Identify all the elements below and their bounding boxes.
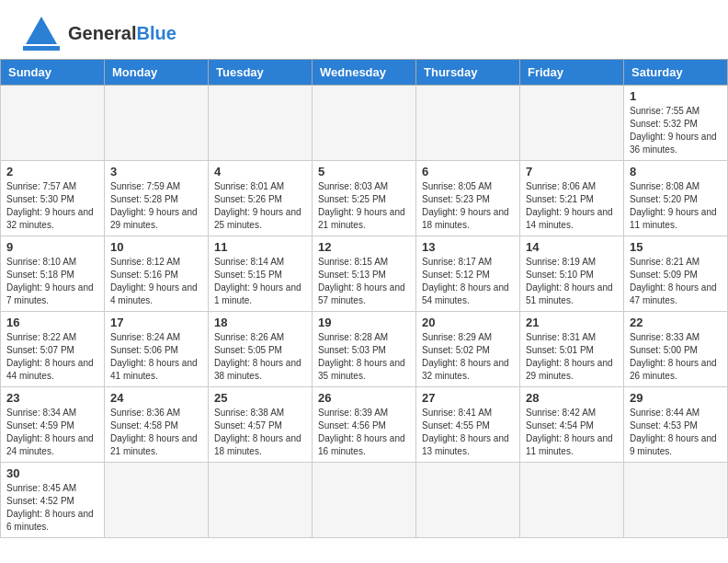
day-info: Sunrise: 8:08 AM Sunset: 5:20 PM Dayligh… (630, 180, 722, 232)
page-header: GeneralBlue (0, 0, 728, 59)
logo: GeneralBlue (18, 15, 176, 52)
day-info: Sunrise: 7:57 AM Sunset: 5:30 PM Dayligh… (6, 180, 98, 232)
logo-text: GeneralBlue (68, 24, 176, 43)
day-number: 12 (318, 240, 410, 254)
calendar-cell: 26Sunrise: 8:39 AM Sunset: 4:56 PM Dayli… (313, 387, 416, 463)
calendar-cell (520, 86, 624, 161)
day-number: 2 (6, 165, 98, 178)
day-info: Sunrise: 7:55 AM Sunset: 5:32 PM Dayligh… (630, 105, 722, 156)
day-number: 18 (214, 316, 306, 329)
calendar-table: SundayMondayTuesdayWednesdayThursdayFrid… (0, 59, 728, 538)
day-number: 6 (422, 165, 514, 178)
day-info: Sunrise: 8:19 AM Sunset: 5:10 PM Dayligh… (526, 256, 618, 307)
day-number: 21 (526, 316, 618, 329)
day-number: 20 (422, 316, 514, 329)
day-number: 28 (526, 391, 618, 405)
day-info: Sunrise: 8:29 AM Sunset: 5:02 PM Dayligh… (422, 331, 514, 383)
calendar-week-4: 16Sunrise: 8:22 AM Sunset: 5:07 PM Dayli… (1, 312, 728, 387)
day-number: 15 (630, 240, 722, 254)
calendar-cell: 17Sunrise: 8:24 AM Sunset: 5:06 PM Dayli… (105, 312, 209, 387)
calendar-cell: 28Sunrise: 8:42 AM Sunset: 4:54 PM Dayli… (520, 387, 624, 463)
calendar-cell: 1Sunrise: 7:55 AM Sunset: 5:32 PM Daylig… (624, 86, 728, 161)
day-number: 22 (630, 316, 722, 329)
calendar-cell (416, 86, 520, 161)
day-info: Sunrise: 8:34 AM Sunset: 4:59 PM Dayligh… (6, 407, 98, 458)
day-info: Sunrise: 8:36 AM Sunset: 4:58 PM Dayligh… (110, 407, 202, 458)
day-info: Sunrise: 8:17 AM Sunset: 5:12 PM Dayligh… (422, 256, 514, 307)
calendar-cell: 25Sunrise: 8:38 AM Sunset: 4:57 PM Dayli… (209, 387, 313, 463)
calendar-cell: 20Sunrise: 8:29 AM Sunset: 5:02 PM Dayli… (416, 312, 520, 387)
day-number: 26 (318, 391, 410, 405)
calendar-cell (209, 86, 313, 161)
day-info: Sunrise: 8:12 AM Sunset: 5:16 PM Dayligh… (110, 256, 202, 307)
day-number: 8 (630, 165, 722, 178)
day-info: Sunrise: 8:05 AM Sunset: 5:23 PM Dayligh… (422, 180, 514, 232)
day-info: Sunrise: 8:14 AM Sunset: 5:15 PM Dayligh… (214, 256, 306, 307)
day-number: 10 (110, 240, 202, 254)
calendar-cell: 3Sunrise: 7:59 AM Sunset: 5:28 PM Daylig… (105, 161, 209, 236)
calendar-cell: 13Sunrise: 8:17 AM Sunset: 5:12 PM Dayli… (416, 236, 520, 312)
calendar-cell: 2Sunrise: 7:57 AM Sunset: 5:30 PM Daylig… (1, 161, 105, 236)
calendar-cell: 19Sunrise: 8:28 AM Sunset: 5:03 PM Dayli… (313, 312, 416, 387)
logo-icon (18, 15, 64, 52)
calendar-cell: 21Sunrise: 8:31 AM Sunset: 5:01 PM Dayli… (520, 312, 624, 387)
calendar-cell: 14Sunrise: 8:19 AM Sunset: 5:10 PM Dayli… (520, 236, 624, 312)
calendar-week-1: 1Sunrise: 7:55 AM Sunset: 5:32 PM Daylig… (1, 86, 728, 161)
weekday-header-friday: Friday (520, 60, 624, 86)
day-info: Sunrise: 8:38 AM Sunset: 4:57 PM Dayligh… (214, 407, 306, 458)
calendar-week-6: 30Sunrise: 8:45 AM Sunset: 4:52 PM Dayli… (1, 463, 728, 538)
calendar-cell: 22Sunrise: 8:33 AM Sunset: 5:00 PM Dayli… (624, 312, 728, 387)
calendar-cell (313, 463, 416, 538)
day-info: Sunrise: 8:41 AM Sunset: 4:55 PM Dayligh… (422, 407, 514, 458)
calendar-cell: 29Sunrise: 8:44 AM Sunset: 4:53 PM Dayli… (624, 387, 728, 463)
day-number: 27 (422, 391, 514, 405)
calendar-cell: 16Sunrise: 8:22 AM Sunset: 5:07 PM Dayli… (1, 312, 105, 387)
weekday-header-thursday: Thursday (416, 60, 520, 86)
calendar-cell: 12Sunrise: 8:15 AM Sunset: 5:13 PM Dayli… (313, 236, 416, 312)
day-info: Sunrise: 8:28 AM Sunset: 5:03 PM Dayligh… (318, 331, 410, 383)
calendar-cell: 10Sunrise: 8:12 AM Sunset: 5:16 PM Dayli… (105, 236, 209, 312)
weekday-header-tuesday: Tuesday (209, 60, 313, 86)
day-number: 25 (214, 391, 306, 405)
weekday-header-row: SundayMondayTuesdayWednesdayThursdayFrid… (1, 60, 728, 86)
day-number: 4 (214, 165, 306, 178)
weekday-header-saturday: Saturday (624, 60, 728, 86)
calendar-cell: 23Sunrise: 8:34 AM Sunset: 4:59 PM Dayli… (1, 387, 105, 463)
calendar-cell: 4Sunrise: 8:01 AM Sunset: 5:26 PM Daylig… (209, 161, 313, 236)
calendar-cell (624, 463, 728, 538)
calendar-cell: 6Sunrise: 8:05 AM Sunset: 5:23 PM Daylig… (416, 161, 520, 236)
calendar-cell: 27Sunrise: 8:41 AM Sunset: 4:55 PM Dayli… (416, 387, 520, 463)
day-info: Sunrise: 8:26 AM Sunset: 5:05 PM Dayligh… (214, 331, 306, 383)
day-number: 17 (110, 316, 202, 329)
day-info: Sunrise: 8:42 AM Sunset: 4:54 PM Dayligh… (526, 407, 618, 458)
day-number: 29 (630, 391, 722, 405)
day-number: 19 (318, 316, 410, 329)
day-number: 7 (526, 165, 618, 178)
day-info: Sunrise: 7:59 AM Sunset: 5:28 PM Dayligh… (110, 180, 202, 232)
calendar-cell (105, 463, 209, 538)
calendar-cell (520, 463, 624, 538)
calendar-cell: 5Sunrise: 8:03 AM Sunset: 5:25 PM Daylig… (313, 161, 416, 236)
day-number: 9 (6, 240, 98, 254)
day-info: Sunrise: 8:31 AM Sunset: 5:01 PM Dayligh… (526, 331, 618, 383)
day-number: 23 (6, 391, 98, 405)
day-info: Sunrise: 8:39 AM Sunset: 4:56 PM Dayligh… (318, 407, 410, 458)
day-info: Sunrise: 8:44 AM Sunset: 4:53 PM Dayligh… (630, 407, 722, 458)
calendar-week-5: 23Sunrise: 8:34 AM Sunset: 4:59 PM Dayli… (1, 387, 728, 463)
day-info: Sunrise: 8:45 AM Sunset: 4:52 PM Dayligh… (6, 482, 98, 534)
calendar-cell: 9Sunrise: 8:10 AM Sunset: 5:18 PM Daylig… (1, 236, 105, 312)
day-number: 5 (318, 165, 410, 178)
calendar-cell (1, 86, 105, 161)
day-info: Sunrise: 8:10 AM Sunset: 5:18 PM Dayligh… (6, 256, 98, 307)
day-info: Sunrise: 8:03 AM Sunset: 5:25 PM Dayligh… (318, 180, 410, 232)
calendar-week-2: 2Sunrise: 7:57 AM Sunset: 5:30 PM Daylig… (1, 161, 728, 236)
day-info: Sunrise: 8:22 AM Sunset: 5:07 PM Dayligh… (6, 331, 98, 383)
day-info: Sunrise: 8:24 AM Sunset: 5:06 PM Dayligh… (110, 331, 202, 383)
day-number: 1 (630, 89, 722, 103)
weekday-header-sunday: Sunday (1, 60, 105, 86)
day-number: 30 (6, 466, 98, 480)
svg-rect-1 (23, 46, 60, 51)
calendar-cell: 30Sunrise: 8:45 AM Sunset: 4:52 PM Dayli… (1, 463, 105, 538)
day-info: Sunrise: 8:06 AM Sunset: 5:21 PM Dayligh… (526, 180, 618, 232)
calendar-cell: 8Sunrise: 8:08 AM Sunset: 5:20 PM Daylig… (624, 161, 728, 236)
